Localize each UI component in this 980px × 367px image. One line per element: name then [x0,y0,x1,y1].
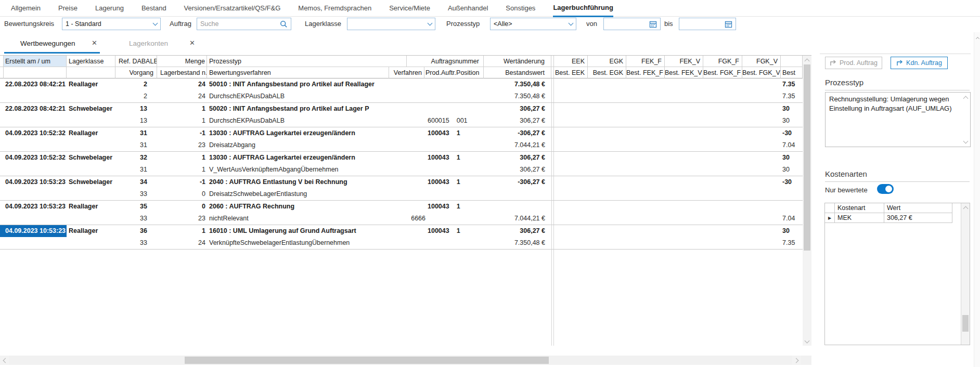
grid-horizontal-scrollbar[interactable] [0,356,811,365]
column-header-bewertungsverfahren[interactable]: Bewertungsverfahren [207,67,389,78]
column-header-bestandswert[interactable]: Bestandswert [484,67,551,78]
tab-preise[interactable]: Preise [58,0,78,16]
column-header-best-fgk_v[interactable]: Best. FGK_V [742,67,781,78]
column-header-best-eek[interactable]: Best. EEK [554,67,588,78]
prozesstyp-description-box[interactable]: Rechnungsstellung: Umlagerung wegen Eins… [825,92,971,147]
scroll-up-icon[interactable] [974,33,980,42]
tab-allgemein[interactable]: Allgemein [11,0,41,16]
tab-außenhandel[interactable]: Außenhandel [448,0,488,16]
table-row[interactable]: 04.09.2023 10:53:23Schwebelager34-12040 … [0,176,811,201]
lagerklasse-dropdown[interactable] [347,18,435,30]
scroll-up-icon[interactable] [961,93,970,101]
cell-best [781,201,803,213]
close-icon[interactable]: ✕ [92,39,97,47]
tab-wertbewegungen[interactable]: Wertbewegungen [20,40,75,47]
close-icon[interactable]: ✕ [189,39,195,47]
tab-sonstiges[interactable]: Sonstiges [506,0,535,16]
column-header-lagerklasse[interactable]: Lagerklasse [67,56,115,67]
cell-kosten [554,164,588,176]
column-header-lagerbestand-n-[interactable]: Lagerbestand n... [157,67,207,78]
column-header-ref-dabalb[interactable]: Ref. DABALB [115,56,157,67]
column-header-menge[interactable]: Menge [157,56,207,67]
column-header-fek_f[interactable]: FEK_F [626,56,665,67]
cell-bewertungsverfahren: DurchschEKPAusDabALB [207,115,407,127]
cell-kosten [742,90,781,102]
nur-bewertete-toggle[interactable] [877,184,894,194]
prod-auftrag-button[interactable]: Prod. Auftrag [825,57,882,69]
scrollbar-thumb[interactable] [804,64,810,251]
kostenarten-table: KostenartWert▶MEK306,27 € [824,203,970,345]
cell-kosten [554,152,588,164]
table-row[interactable]: 22.08.2023 08:42:21Schwebelager13150020 … [0,103,811,127]
cell-erstellt-am: 22.08.2023 08:42:21 [4,103,67,115]
cell-menge: 1 [157,152,207,164]
textbox-scrollbar[interactable] [961,93,970,146]
kostenarten-row[interactable]: ▶MEK306,27 € [825,213,970,223]
column-header-egk[interactable]: EGK [588,56,626,67]
auftrag-search-input[interactable]: Suche [197,18,291,30]
table-row[interactable]: 04.09.2023 10:53:23Reallager3502060 : AU… [0,201,811,225]
table-row[interactable]: 04.09.2023 10:52:32Reallager31-113030 : … [0,127,811,152]
table-row[interactable]: 04.09.2023 10:52:32Schwebelager32113030 … [0,152,811,176]
scroll-down-icon[interactable] [961,138,970,146]
kdn-auftrag-button[interactable]: Kdn. Auftrag [891,57,948,69]
cell-kosten [588,103,626,115]
column-header-fek_v[interactable]: FEK_V [665,56,703,67]
cell-kosten [703,213,742,225]
column-header-best-egk[interactable]: Best. EGK [588,67,626,78]
column-header-best-fek_v[interactable]: Best. FEK_V [665,67,703,78]
window-scrollbar[interactable] [974,32,980,367]
column-header-eek[interactable]: EEK [554,56,588,67]
column-header-best[interactable]: Best [781,67,803,78]
chevron-down-icon [153,21,158,26]
column-header-vorgang[interactable]: Vorgang [115,67,157,78]
cell-auftragsnummer: 1000431 [427,152,484,164]
calendar-icon[interactable] [725,20,732,28]
von-date-input[interactable] [603,18,661,30]
column-header-fgk_f[interactable]: FGK_F [703,56,742,67]
column-header-best-fek_f[interactable]: Best. FEK_F [626,67,665,78]
scroll-up-icon[interactable] [961,203,970,212]
tab-lagerung[interactable]: Lagerung [95,0,124,16]
column-header-erstellt-am-um[interactable]: Erstellt am / um [4,56,67,67]
scroll-right-icon[interactable] [792,356,801,365]
scroll-left-icon[interactable] [0,356,9,365]
prozesstyp-dropdown[interactable]: <Alle> [490,18,576,30]
cell-vorgang: 31 [115,139,157,151]
column-header-fgk_v[interactable]: FGK_V [742,56,781,67]
tab-lagerkonten[interactable]: Lagerkonten [129,40,168,47]
table-row[interactable]: 22.08.2023 08:42:21Reallager22450010 : I… [0,78,811,103]
kostenarten-header-wert[interactable]: Wert [884,203,952,213]
kostenarten-scrollbar[interactable] [961,203,970,345]
row-gutter [0,237,4,249]
column-header-auftragsnummer[interactable]: Auftragsnummer [407,56,484,67]
column-header-best-fgk_f[interactable]: Best. FGK_F [703,67,742,78]
search-icon[interactable] [280,20,288,28]
bewertungskreis-dropdown[interactable]: 1 - Standard [62,18,161,30]
bis-date-input[interactable] [679,18,736,30]
column-header-wertänderung[interactable]: Wertänderung [484,56,551,67]
cell-erstellt-am: 04.09.2023 10:53:23 [4,201,67,213]
kostenarten-header-kostenart[interactable]: Kostenart [835,203,884,213]
cell-kosten [554,127,588,139]
scrollbar-thumb[interactable] [962,315,969,332]
scrollbar-thumb[interactable] [185,357,549,364]
tab-versionen-ersatzartikel-qs-f-g[interactable]: Versionen/Ersatzartikel/QS/F&G [184,0,281,16]
chevron-down-icon [428,21,433,26]
scroll-down-icon[interactable] [803,337,811,346]
column-header-prozesstyp[interactable]: Prozesstyp [207,56,407,67]
cell-erstellt-am: 04.09.2023 10:53:23 [4,225,67,237]
column-header-prod-auftr-position[interactable]: Prod.Auftr.Position [424,67,484,78]
cell-verfahren [407,103,427,115]
table-row[interactable]: 04.09.2023 10:53:23Reallager36116010 : U… [0,225,811,250]
tab-memos-fremdsprachen[interactable]: Memos, Fremdsprachen [298,0,371,16]
lagerklasse-label: Lagerklasse [305,17,341,31]
tab-bestand[interactable]: Bestand [141,0,166,16]
tab-lagerbuchführung[interactable]: Lagerbuchführung [553,0,613,17]
column-header-verfahren[interactable]: Verfahren [389,67,424,78]
calendar-icon[interactable] [649,20,657,28]
scroll-up-icon[interactable] [803,56,811,64]
cell-bewertungsverfahren: DreisatzSchwebeLagerEntlastung [207,188,407,200]
grid-vertical-scrollbar[interactable] [803,56,811,346]
tab-service-miete[interactable]: Service/Miete [389,0,430,16]
